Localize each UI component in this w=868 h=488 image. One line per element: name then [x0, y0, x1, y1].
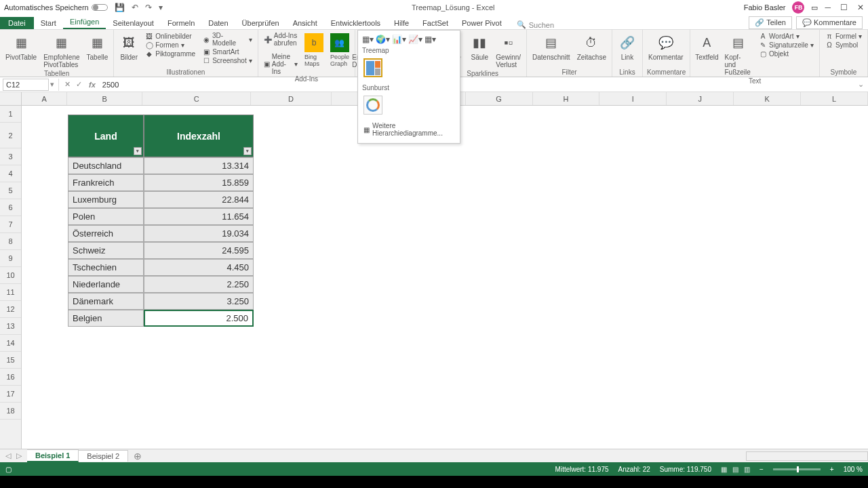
close-icon[interactable]: ✕: [857, 3, 864, 12]
filter-land-icon[interactable]: ▾: [134, 147, 142, 155]
tab-entwicklertools[interactable]: Entwicklertools: [324, 17, 387, 29]
screenshot-button[interactable]: ☐Screenshot ▾: [201, 56, 254, 64]
row-header[interactable]: 12: [0, 301, 21, 318]
tab-factset[interactable]: FactSet: [416, 17, 455, 29]
zoom-in-icon[interactable]: +: [830, 466, 834, 473]
table-row[interactable]: Frankreich15.859: [68, 174, 254, 191]
smartart-button[interactable]: ▣SmartArt: [201, 47, 254, 56]
row-header[interactable]: 1: [0, 106, 21, 123]
piktogramme-button[interactable]: ◆Piktogramme: [144, 49, 197, 58]
table-row[interactable]: Tschechien4.450: [68, 259, 254, 276]
formula-enter-icon[interactable]: ✓: [73, 80, 85, 89]
minimize-icon[interactable]: ─: [825, 3, 831, 12]
addins-abrufen-button[interactable]: ➕Add-Ins abrufen: [262, 32, 299, 47]
3dmodelle-button[interactable]: ◉3D-Modelle ▾: [201, 32, 254, 47]
kommentar-button[interactable]: 💬Kommentar: [647, 32, 685, 62]
cell-indexzahl[interactable]: 15.859: [144, 174, 254, 191]
chart-combo-icon[interactable]: 📈▾: [408, 35, 422, 44]
datenschnitt-button[interactable]: ▤Datenschnitt: [531, 32, 572, 62]
worksheet-grid[interactable]: 123456789101112131415161718 ABCDEFGHIJKL…: [0, 92, 868, 449]
sparkline-gewinn-button[interactable]: ▪▫Gewinn/Verlust: [494, 32, 522, 70]
objekt-button[interactable]: ▢Objekt: [757, 49, 815, 58]
cell-land[interactable]: Frankreich: [68, 174, 144, 191]
bilder-button[interactable]: 🖼Bilder: [118, 32, 140, 62]
table-row[interactable]: Niederlande2.250: [68, 276, 254, 293]
cell-land[interactable]: Schweiz: [68, 242, 144, 259]
view-pagebreak-icon[interactable]: ▥: [744, 466, 750, 473]
sunburst-option[interactable]: [363, 96, 382, 115]
save-icon[interactable]: 💾: [115, 3, 125, 12]
row-header[interactable]: 17: [0, 386, 21, 403]
cell-indexzahl[interactable]: 11.654: [144, 208, 254, 225]
row-header[interactable]: 3: [0, 148, 21, 165]
share-button[interactable]: 🔗 Teilen: [749, 16, 792, 29]
undo-icon[interactable]: ↶: [132, 3, 138, 12]
tab-formeln[interactable]: Formeln: [161, 17, 201, 29]
user-name[interactable]: Fabio Basler: [744, 3, 786, 12]
zoom-level[interactable]: 100 %: [844, 466, 863, 473]
col-header[interactable]: D: [251, 92, 332, 105]
record-macro-icon[interactable]: ▢: [5, 466, 12, 473]
name-box[interactable]: C12: [3, 79, 49, 91]
table-row[interactable]: Österreich19.034: [68, 225, 254, 242]
view-normal-icon[interactable]: ▦: [721, 466, 727, 473]
cell-indexzahl[interactable]: 2.500: [144, 310, 254, 327]
user-avatar[interactable]: FB: [792, 1, 804, 14]
table-header-land[interactable]: Land ▾: [68, 115, 144, 157]
row-header[interactable]: 8: [0, 233, 21, 250]
col-header[interactable]: L: [801, 92, 868, 105]
row-header[interactable]: 18: [0, 403, 21, 420]
table-row[interactable]: Deutschland13.314: [68, 157, 254, 174]
table-row[interactable]: Schweiz24.595: [68, 242, 254, 259]
cell-indexzahl[interactable]: 3.250: [144, 293, 254, 310]
row-header[interactable]: 11: [0, 284, 21, 301]
col-header[interactable]: K: [734, 92, 801, 105]
comments-button[interactable]: 💬 Kommentare: [796, 16, 863, 29]
sheet-nav-next-icon[interactable]: ▷: [16, 451, 27, 460]
table-row[interactable]: Dänemark3.250: [68, 293, 254, 310]
cell-land[interactable]: Niederlande: [68, 276, 144, 293]
cell-indexzahl[interactable]: 19.034: [144, 225, 254, 242]
sheet-nav-prev-icon[interactable]: ◁: [0, 451, 16, 460]
symbol-button[interactable]: ΩSymbol: [824, 41, 863, 49]
table-row[interactable]: Luxemburg22.844: [68, 191, 254, 208]
meine-addins-button[interactable]: ▣Meine Add-Ins ▾: [262, 53, 299, 75]
horizontal-scrollbar[interactable]: [746, 451, 868, 461]
zeitachse-button[interactable]: ⏱Zeitachse: [576, 32, 608, 62]
cell-land[interactable]: Dänemark: [68, 293, 144, 310]
chart-hierarchy-icon[interactable]: ▦▾: [362, 35, 374, 44]
col-header[interactable]: I: [599, 92, 667, 105]
col-header[interactable]: H: [533, 92, 600, 105]
bing-maps-button[interactable]: bBing Maps: [303, 32, 325, 68]
treemap-option[interactable]: [363, 58, 382, 77]
cell-land[interactable]: Tschechien: [68, 259, 144, 276]
cell-land[interactable]: Österreich: [68, 225, 144, 242]
filter-indexzahl-icon[interactable]: ▾: [243, 147, 252, 155]
tab-daten[interactable]: Daten: [201, 17, 235, 29]
ribbon-display-icon[interactable]: ▭: [811, 3, 818, 12]
chart-pivot-icon[interactable]: ▦▾: [425, 35, 436, 44]
cell-indexzahl[interactable]: 4.450: [144, 259, 254, 276]
row-header[interactable]: 5: [0, 182, 21, 199]
row-header[interactable]: 16: [0, 369, 21, 386]
formen-button[interactable]: ◯Formen ▾: [144, 41, 197, 49]
tab-einfuegen[interactable]: Einfügen: [63, 16, 106, 29]
chart-waterfall-icon[interactable]: 📊▾: [392, 35, 406, 44]
formula-cancel-icon[interactable]: ✕: [62, 80, 73, 89]
zoom-slider[interactable]: [773, 468, 821, 470]
col-header[interactable]: B: [67, 92, 142, 105]
fx-icon[interactable]: fx: [85, 81, 100, 89]
search-icon[interactable]: 🔍: [517, 20, 526, 29]
tab-ansicht[interactable]: Ansicht: [286, 17, 324, 29]
cell-land[interactable]: Deutschland: [68, 157, 144, 174]
row-header[interactable]: 15: [0, 352, 21, 369]
add-sheet-button[interactable]: ⊕: [128, 451, 147, 462]
cell-land[interactable]: Polen: [68, 208, 144, 225]
tab-start[interactable]: Start: [34, 17, 63, 29]
view-pagelayout-icon[interactable]: ▤: [732, 466, 738, 473]
row-header[interactable]: 2: [0, 123, 21, 148]
tab-powerpivot[interactable]: Power Pivot: [455, 17, 509, 29]
autosave-toggle[interactable]: Automatisches Speichern: [4, 3, 108, 12]
row-header[interactable]: 14: [0, 335, 21, 352]
tab-ueberpruefen[interactable]: Überprüfen: [235, 17, 286, 29]
